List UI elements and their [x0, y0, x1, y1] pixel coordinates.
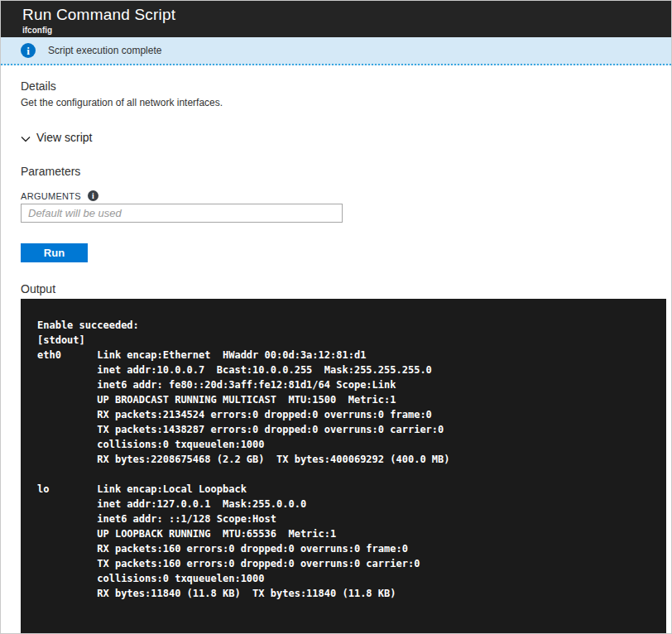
details-description: Get the configuration of all network int…: [21, 97, 651, 108]
page-title: Run Command Script: [22, 1, 671, 22]
page-subtitle: ifconfig: [22, 26, 671, 35]
arguments-info-icon[interactable]: [88, 190, 98, 201]
blade-header: Run Command Script ifconfig: [1, 1, 671, 37]
console-output[interactable]: Enable succeeded: [stdout] eth0 Link enc…: [21, 299, 666, 634]
parameters-heading: Parameters: [21, 165, 651, 178]
details-heading: Details: [21, 65, 651, 93]
view-script-toggle[interactable]: View script: [21, 131, 92, 144]
blade-content: Details Get the configuration of all net…: [1, 65, 671, 634]
run-command-script-blade: Run Command Script ifconfig Script execu…: [0, 0, 672, 634]
arguments-label-row: ARGUMENTS: [21, 190, 651, 201]
console-text: Enable succeeded: [stdout] eth0 Link enc…: [21, 299, 666, 634]
info-icon: [21, 43, 36, 58]
output-heading: Output: [21, 282, 651, 295]
status-banner: Script execution complete: [1, 37, 671, 65]
run-button[interactable]: Run: [21, 243, 88, 262]
view-script-label: View script: [36, 131, 92, 144]
arguments-input[interactable]: [21, 204, 343, 223]
arguments-label: ARGUMENTS: [21, 191, 81, 201]
chevron-down-icon: [21, 132, 31, 142]
status-message: Script execution complete: [48, 45, 161, 56]
